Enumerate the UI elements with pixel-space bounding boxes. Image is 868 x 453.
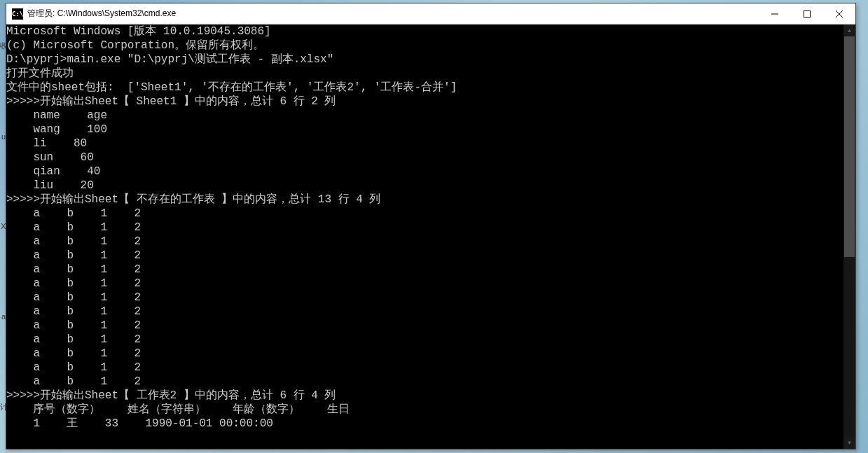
terminal-line: a b 1 2 xyxy=(6,277,855,291)
terminal-line: qian 40 xyxy=(6,165,855,179)
scroll-down-arrow-icon[interactable]: ▼ xyxy=(843,437,855,449)
terminal-line: 打开文件成功 xyxy=(6,67,855,81)
terminal-line: li 80 xyxy=(6,137,855,151)
terminal-line: wang 100 xyxy=(6,123,855,137)
terminal-line: a b 1 2 xyxy=(6,305,855,319)
terminal-line: 序号（数字） 姓名（字符串） 年龄（数字） 生日 xyxy=(6,403,855,417)
terminal-line: a b 1 2 xyxy=(6,235,855,249)
cmd-window: C:\ 管理员: C:\Windows\System32\cmd.exe Mic… xyxy=(6,3,856,449)
terminal-line: a b 1 2 xyxy=(6,375,855,389)
vertical-scrollbar[interactable]: ▲ ▼ xyxy=(843,25,855,449)
minimize-icon xyxy=(771,11,778,18)
window-title: 管理员: C:\Windows\System32\cmd.exe xyxy=(27,8,176,20)
titlebar[interactable]: C:\ 管理员: C:\Windows\System32\cmd.exe xyxy=(6,4,855,25)
maximize-icon xyxy=(804,11,811,18)
terminal-line: (c) Microsoft Corporation。保留所有权利。 xyxy=(6,39,855,53)
terminal-line: a b 1 2 xyxy=(6,221,855,235)
terminal-line: a b 1 2 xyxy=(6,263,855,277)
terminal-line: sun 60 xyxy=(6,151,855,165)
terminal-line: a b 1 2 xyxy=(6,319,855,333)
cmd-icon: C:\ xyxy=(12,8,23,20)
maximize-button[interactable] xyxy=(791,4,823,24)
minimize-button[interactable] xyxy=(759,4,791,24)
terminal-line: >>>>>开始输出Sheet【 工作表2 】中的内容，总计 6 行 4 列 xyxy=(6,389,855,403)
terminal-line: D:\pyprj>main.exe "D:\pyprj\测试工作表 - 副本.x… xyxy=(6,53,855,67)
scrollbar-thumb[interactable] xyxy=(844,36,855,257)
terminal-line: a b 1 2 xyxy=(6,333,855,347)
terminal-line: a b 1 2 xyxy=(6,361,855,375)
terminal-line: liu 20 xyxy=(6,179,855,193)
terminal-output[interactable]: Microsoft Windows [版本 10.0.19045.3086] (… xyxy=(6,25,855,449)
scroll-up-arrow-icon[interactable]: ▲ xyxy=(843,25,855,36)
terminal-line: a b 1 2 xyxy=(6,291,855,305)
terminal-line: a b 1 2 xyxy=(6,207,855,221)
terminal-line: 文件中的sheet包括: ['Sheet1', '不存在的工作表', '工作表2… xyxy=(6,81,855,95)
svg-rect-1 xyxy=(804,11,811,17)
terminal-line: 1 王 33 1990-01-01 00:00:00 xyxy=(6,417,855,431)
terminal-line: >>>>>开始输出Sheet【 不存在的工作表 】中的内容，总计 13 行 4 … xyxy=(6,193,855,207)
terminal-line: a b 1 2 xyxy=(6,347,855,361)
terminal-line: >>>>>开始输出Sheet【 Sheet1 】中的内容，总计 6 行 2 列 xyxy=(6,95,855,109)
terminal-line: name age xyxy=(6,109,855,123)
window-controls xyxy=(759,4,855,24)
close-button[interactable] xyxy=(823,4,855,24)
close-icon xyxy=(836,11,843,18)
terminal-line: Microsoft Windows [版本 10.0.19045.3086] xyxy=(6,25,855,39)
terminal-line: a b 1 2 xyxy=(6,249,855,263)
scrollbar-track[interactable] xyxy=(843,36,855,437)
